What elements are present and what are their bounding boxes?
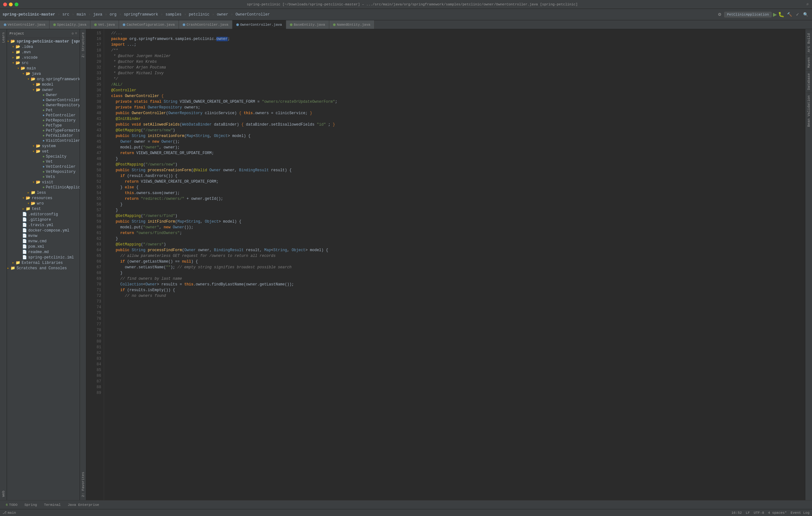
vtab-structure[interactable]: Z: Structure [80, 29, 86, 61]
tree-item[interactable]: ▾📂.idea [7, 44, 80, 50]
tree-item[interactable]: ▸📁test [7, 206, 80, 211]
tree-item[interactable]: ▾📂system [7, 143, 80, 149]
panel-database[interactable]: Database [806, 70, 812, 93]
tree-label: PetType [46, 123, 62, 128]
tree-item[interactable]: ●PetValidator [7, 133, 80, 138]
build-button[interactable]: 🔨 [786, 11, 793, 18]
tree-item[interactable]: ●OwnerController [7, 98, 80, 103]
run-button[interactable]: ▶ [773, 11, 777, 18]
tree-item[interactable]: ●Vet [7, 159, 80, 164]
tree-item[interactable]: ▾📂main [7, 66, 80, 71]
tree-item[interactable]: ●Specialty [7, 154, 80, 159]
search-icon[interactable]: ⌕ [806, 2, 809, 7]
tab-NamedEntity-java[interactable]: NamedEntity.java [329, 20, 375, 29]
tab-CrashController-java[interactable]: CrashController.java [179, 20, 232, 29]
debug-button[interactable]: 🐛 [778, 11, 784, 18]
tree-item[interactable]: ●Pet [7, 108, 80, 113]
tree-label: VetRepository [46, 170, 76, 174]
event-log[interactable]: Event Log [791, 511, 809, 515]
toolbar-main: main [77, 12, 86, 17]
tree-item[interactable]: 📄.gitignore [7, 217, 80, 222]
tree-item[interactable]: ▸📁.vscode [7, 55, 80, 60]
tree-item[interactable]: 📄mvnw.cmd [7, 238, 80, 244]
bottom-tab-java-enterprise[interactable]: Java Enterprise [64, 502, 102, 508]
tree-label: External Libraries [22, 261, 63, 265]
tree-item[interactable]: ●Vets [7, 174, 80, 179]
vtab-learn[interactable]: Learn [0, 29, 7, 46]
tree-item[interactable]: ▾📂visit [7, 179, 80, 185]
tree-item[interactable]: ●VetRepository [7, 169, 80, 174]
tree-item[interactable]: 📄spring-petclinic.iml [7, 255, 80, 260]
settings-button[interactable]: ⚙ [717, 11, 723, 18]
tree-item[interactable]: ▸📁.mvn [7, 50, 80, 55]
run-config-selector[interactable]: PetClinicApplication [724, 12, 772, 18]
tree-item[interactable]: ▾📂java [7, 71, 80, 77]
toolbar-samples: samples [166, 12, 181, 17]
tree-item[interactable]: ●Owner [7, 93, 80, 98]
tree-label: model [42, 82, 53, 87]
tree-item[interactable]: ▾📂org.springframework.sampl [7, 77, 80, 82]
tree-item[interactable]: ▾📂src [7, 60, 80, 66]
tree-item[interactable]: ▸📁External Libraries [7, 260, 80, 265]
tree-item[interactable]: ●VisitController [7, 138, 80, 143]
maximize-button[interactable] [14, 3, 19, 6]
panel-art-build[interactable]: Art Build [806, 30, 812, 55]
tree-item[interactable]: 📄.travis.yml [7, 222, 80, 228]
encoding[interactable]: UTF-8 [754, 511, 764, 515]
tree-item[interactable]: 📄mvnw [7, 233, 80, 238]
indent[interactable]: 4 spaces* [768, 511, 787, 515]
bottom-tab-spring[interactable]: Spring [21, 502, 40, 508]
code-content[interactable]: //... package org.springframework.sample… [104, 29, 805, 500]
tree-item[interactable]: ▾📂model [7, 82, 80, 87]
bottom-tab-terminal[interactable]: Terminal [41, 502, 64, 508]
code-line: */ [107, 76, 803, 82]
tab-OwnerController-java[interactable]: OwnerController.java [232, 20, 286, 29]
project-settings-icon[interactable]: ⚙ [72, 31, 74, 35]
tree-item[interactable]: ▾📂owner [7, 87, 80, 93]
code-line: // no owners found [107, 293, 803, 299]
tab-BaseEntity-java[interactable]: BaseEntity.java [286, 20, 329, 29]
tree-label: system [42, 144, 56, 148]
tab-CacheConfiguration-java[interactable]: CacheConfiguration.java [119, 20, 179, 29]
tree-item[interactable]: ▸📁Scratches and Consoles [7, 265, 80, 271]
tabs-bar: VetController.javaSpecialty.javaVet.java… [0, 20, 812, 29]
close-button[interactable] [3, 3, 7, 6]
code-line: } else { [107, 184, 803, 190]
vtab-web[interactable]: Web [0, 487, 7, 500]
code-line: model.put("owner", new Owner()); [107, 225, 803, 230]
tree-item[interactable]: 📄docker-compose.yml [7, 228, 80, 233]
code-line: * @author Michael Isvy [107, 70, 803, 76]
coverage-button[interactable]: ✓ [794, 11, 801, 18]
search-everywhere-button[interactable]: 🔍 [802, 11, 809, 18]
tree-item[interactable]: ●PetClinicApplication [7, 185, 80, 190]
vtab-favorites[interactable]: 2: Favorites [80, 469, 86, 500]
tree-item[interactable]: ▸📁less [7, 190, 80, 195]
bottom-tab-todo[interactable]: 6 TODO [3, 502, 21, 508]
tree-item[interactable]: 📄pom.xml [7, 244, 80, 249]
tab-Specialty-java[interactable]: Specialty.java [50, 20, 90, 29]
tree-item[interactable]: ●PetRepository [7, 118, 80, 123]
tree-item[interactable]: ●PetType [7, 123, 80, 128]
panel-bean-validation[interactable]: Bean Validation [806, 93, 812, 130]
code-line: * @author Arjen Poutsma [107, 65, 803, 70]
panel-maven[interactable]: Maven [806, 55, 812, 70]
tree-item[interactable]: ●OwnerRepository [7, 103, 80, 108]
code-line: import ...; [107, 42, 803, 48]
tree-item[interactable]: 📄.editorconfig [7, 211, 80, 217]
tree-item[interactable]: ●VetController [7, 164, 80, 169]
tree-item[interactable]: ▾📂resources [7, 195, 80, 201]
tab-Vet-java[interactable]: Vet.java [90, 20, 119, 29]
tree-item[interactable]: ▾📂spring-petclinic-master [spring-petcli [7, 39, 80, 44]
tree-label: less [37, 191, 46, 195]
tree-item[interactable]: ▾📂vet [7, 149, 80, 154]
code-line: model.put("owner", owner); [107, 145, 803, 150]
project-collapse-icon[interactable]: ≡ [75, 31, 77, 35]
minimize-button[interactable] [9, 3, 13, 6]
tree-item[interactable]: 📄readme.md [7, 249, 80, 255]
git-status[interactable]: ⎇main [3, 511, 16, 515]
tree-item[interactable]: ●PetTypeFormatter [7, 128, 80, 133]
tree-item[interactable]: ●PetController [7, 113, 80, 118]
tab-VetController-java[interactable]: VetController.java [0, 20, 50, 29]
tree-item[interactable]: ▾📂wro [7, 201, 80, 206]
line-separator[interactable]: LF [746, 511, 750, 515]
